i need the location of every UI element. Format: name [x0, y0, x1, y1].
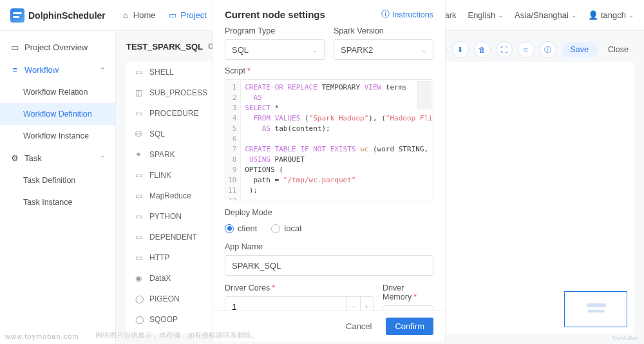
logo-icon: [10, 8, 24, 23]
http-icon: ▭: [135, 253, 144, 262]
task-pigeon[interactable]: ◯PIGEON: [126, 289, 222, 309]
node-settings-panel: Current node settings ⓘInstructions Prog…: [213, 0, 446, 341]
driver-memory-label: Driver Memory*: [383, 283, 433, 301]
footer-brand: ToyMoBan: [611, 335, 639, 341]
sqoop-icon: ◯: [135, 315, 144, 324]
program-type-label: Program Type: [225, 26, 325, 35]
minimap-node: [588, 310, 605, 312]
save-button[interactable]: Save: [562, 42, 598, 57]
chevron-down-icon: ⌄: [498, 12, 503, 19]
sidebar-workflow-definition[interactable]: Workflow Definition: [0, 103, 115, 125]
task-sql[interactable]: ⛁SQL: [126, 124, 222, 144]
user-menu[interactable]: 👤tangch⌄: [588, 10, 634, 20]
project-icon: ▭: [168, 11, 177, 20]
info-button[interactable]: ⓘ: [540, 41, 556, 58]
script-editor[interactable]: 1234567891011121314151617 CREATE OR REPL…: [225, 79, 433, 200]
gear-icon: ⚙: [10, 154, 19, 163]
workflow-title: TEST_SPARK_SQL: [126, 42, 203, 52]
task-python[interactable]: ▭PYTHON: [126, 206, 222, 227]
minimap-node: [587, 303, 606, 307]
sql-icon: ⛁: [135, 129, 144, 139]
line-gutter: 1234567891011121314151617: [225, 80, 241, 200]
app-name-input[interactable]: [225, 255, 433, 276]
task-dependent[interactable]: ▭DEPENDENT: [126, 227, 222, 247]
fullscreen-button[interactable]: ⛶: [496, 41, 513, 58]
deploy-mode-label: Deploy Mode: [225, 208, 433, 217]
chevron-down-icon: ⌄: [312, 46, 317, 53]
instructions-link[interactable]: ⓘInstructions: [381, 9, 433, 20]
home-icon: ⌂: [121, 11, 130, 20]
chevron-down-icon: ⌄: [421, 46, 426, 53]
driver-cores-label: Driver Cores*: [225, 283, 374, 292]
nav-project[interactable]: ▭Project: [168, 10, 206, 20]
deploy-local-option[interactable]: local: [271, 224, 301, 233]
spark-icon: ✦: [135, 150, 144, 159]
brand-text: DolphinScheduler: [28, 10, 106, 21]
sidebar-workflow-instance[interactable]: Workflow Instance: [0, 125, 115, 147]
increment-button[interactable]: +: [360, 297, 373, 311]
task-http[interactable]: ▭HTTP: [126, 247, 222, 268]
sidebar-workflow-relation[interactable]: Workflow Relation: [0, 81, 115, 103]
python-icon: ▭: [135, 212, 144, 221]
chevron-up-icon: ⌃: [100, 66, 105, 73]
code-minimap[interactable]: [417, 81, 431, 110]
pigeon-icon: ◯: [135, 294, 144, 303]
task-procedure[interactable]: ▭PROCEDURE: [126, 103, 222, 124]
mapreduce-icon: ▭: [135, 191, 144, 200]
close-button[interactable]: Close: [603, 42, 634, 57]
spark-version-label: Spark Version: [334, 26, 433, 35]
chevron-up-icon: ⌃: [100, 155, 105, 162]
driver-cores-stepper[interactable]: −+: [225, 296, 374, 311]
sidebar-task-definition[interactable]: Task Definition: [0, 169, 115, 191]
cancel-button[interactable]: Cancel: [338, 318, 379, 335]
task-palette: ▭SHELL ◫SUB_PROCESS ▭PROCEDURE ⛁SQL ✦SPA…: [126, 62, 223, 334]
format-button[interactable]: ⎅: [518, 41, 535, 58]
confirm-button[interactable]: Confirm: [386, 318, 433, 335]
task-flink[interactable]: ▭FLINK: [126, 165, 222, 186]
driver-memory-input[interactable]: [383, 305, 433, 311]
help-icon: ⓘ: [381, 9, 390, 20]
overview-icon: ▭: [10, 43, 19, 52]
panel-title: Current node settings: [225, 9, 325, 20]
procedure-icon: ▭: [135, 109, 144, 118]
decrement-button[interactable]: −: [347, 297, 360, 311]
chevron-down-icon: ⌄: [629, 12, 634, 19]
task-mapreduce[interactable]: ▭MapReduce: [126, 186, 222, 206]
task-datax[interactable]: ◉DataX: [126, 268, 222, 289]
user-icon: 👤: [588, 10, 598, 20]
spark-version-select[interactable]: SPARK2⌄: [334, 39, 433, 60]
task-sub-process[interactable]: ◫SUB_PROCESS: [126, 82, 222, 103]
sidebar-task[interactable]: ⚙Task⌃: [0, 147, 115, 169]
sidebar-project-overview[interactable]: ▭Project Overview: [0, 36, 115, 59]
language-select[interactable]: English⌄: [468, 10, 503, 20]
shell-icon: ▭: [135, 68, 144, 77]
deploy-client-option[interactable]: client: [225, 224, 257, 233]
datax-icon: ◉: [135, 274, 144, 283]
task-sqoop[interactable]: ◯SQOOP: [126, 309, 222, 330]
timezone-select[interactable]: Asia/Shanghai⌄: [515, 10, 576, 20]
script-label: Script*: [225, 66, 433, 75]
code-content[interactable]: CREATE OR REPLACE TEMPORARY VIEW terms A…: [241, 80, 433, 200]
subprocess-icon: ◫: [135, 88, 144, 97]
workflow-icon: ≡: [10, 66, 19, 75]
deploy-mode-radio: client local: [225, 221, 433, 236]
task-spark[interactable]: ✦SPARK: [126, 144, 222, 165]
watermark-note: 网络图片仅供展示，非存储，如有侵权请联系删除。: [95, 330, 258, 340]
nav-home[interactable]: ⌂Home: [121, 10, 156, 20]
chevron-down-icon: ⌄: [571, 12, 576, 19]
sidebar-workflow[interactable]: ≡Workflow⌃: [0, 59, 115, 81]
watermark: www.toymoban.com: [5, 332, 79, 340]
flink-icon: ▭: [135, 171, 144, 180]
sidebar: ▭Project Overview ≡Workflow⌃ Workflow Re…: [0, 31, 116, 344]
delete-button[interactable]: 🗑: [474, 41, 491, 58]
download-button[interactable]: ⬇: [452, 41, 469, 58]
app-name-label: App Name: [225, 242, 433, 251]
program-type-select[interactable]: SQL⌄: [225, 39, 325, 60]
dependent-icon: ▭: [135, 233, 144, 242]
driver-cores-input[interactable]: [225, 302, 346, 311]
minimap[interactable]: [564, 291, 627, 327]
sidebar-task-instance[interactable]: Task Instance: [0, 191, 115, 213]
app-logo[interactable]: DolphinScheduler: [10, 8, 106, 23]
task-shell[interactable]: ▭SHELL: [126, 62, 222, 82]
